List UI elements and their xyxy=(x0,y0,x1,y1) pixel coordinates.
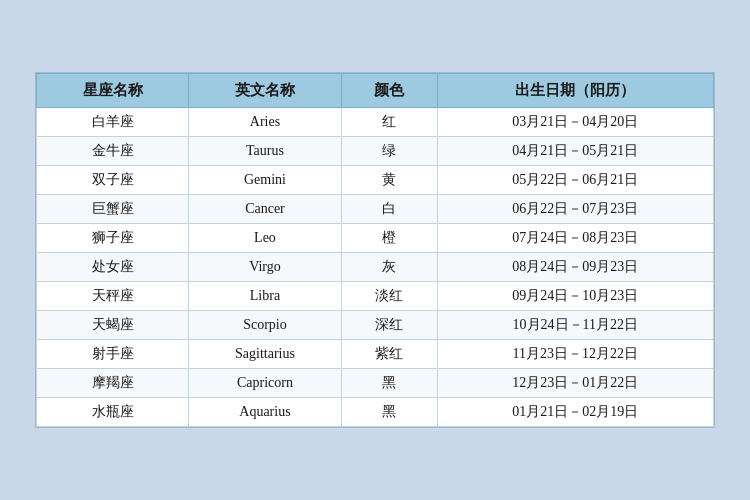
table-row: 摩羯座Capricorn黑12月23日－01月22日 xyxy=(37,369,714,398)
table-cell-8-3: 11月23日－12月22日 xyxy=(437,340,713,369)
table-row: 双子座Gemini黄05月22日－06月21日 xyxy=(37,166,714,195)
table-cell-6-3: 09月24日－10月23日 xyxy=(437,282,713,311)
table-cell-10-3: 01月21日－02月19日 xyxy=(437,398,713,427)
column-header-3: 出生日期（阳历） xyxy=(437,74,713,108)
table-cell-8-0: 射手座 xyxy=(37,340,189,369)
table-cell-1-3: 04月21日－05月21日 xyxy=(437,137,713,166)
table-cell-6-2: 淡红 xyxy=(341,282,437,311)
table-row: 白羊座Aries红03月21日－04月20日 xyxy=(37,108,714,137)
table-row: 处女座Virgo灰08月24日－09月23日 xyxy=(37,253,714,282)
table-cell-1-1: Taurus xyxy=(189,137,341,166)
table-cell-0-2: 红 xyxy=(341,108,437,137)
table-cell-3-0: 巨蟹座 xyxy=(37,195,189,224)
table-row: 金牛座Taurus绿04月21日－05月21日 xyxy=(37,137,714,166)
column-header-1: 英文名称 xyxy=(189,74,341,108)
table-cell-9-1: Capricorn xyxy=(189,369,341,398)
column-header-0: 星座名称 xyxy=(37,74,189,108)
table-cell-10-0: 水瓶座 xyxy=(37,398,189,427)
table-cell-7-2: 深红 xyxy=(341,311,437,340)
table-cell-3-3: 06月22日－07月23日 xyxy=(437,195,713,224)
table-cell-4-3: 07月24日－08月23日 xyxy=(437,224,713,253)
table-cell-1-0: 金牛座 xyxy=(37,137,189,166)
table-cell-1-2: 绿 xyxy=(341,137,437,166)
table-cell-0-3: 03月21日－04月20日 xyxy=(437,108,713,137)
table-row: 天蝎座Scorpio深红10月24日－11月22日 xyxy=(37,311,714,340)
table-cell-7-3: 10月24日－11月22日 xyxy=(437,311,713,340)
table-row: 天秤座Libra淡红09月24日－10月23日 xyxy=(37,282,714,311)
table-cell-5-3: 08月24日－09月23日 xyxy=(437,253,713,282)
table-cell-7-0: 天蝎座 xyxy=(37,311,189,340)
zodiac-table-container: 星座名称英文名称颜色出生日期（阳历） 白羊座Aries红03月21日－04月20… xyxy=(35,72,715,428)
table-row: 射手座Sagittarius紫红11月23日－12月22日 xyxy=(37,340,714,369)
table-cell-6-1: Libra xyxy=(189,282,341,311)
table-cell-6-0: 天秤座 xyxy=(37,282,189,311)
table-cell-8-1: Sagittarius xyxy=(189,340,341,369)
table-cell-9-3: 12月23日－01月22日 xyxy=(437,369,713,398)
table-cell-5-1: Virgo xyxy=(189,253,341,282)
table-cell-4-1: Leo xyxy=(189,224,341,253)
table-cell-3-2: 白 xyxy=(341,195,437,224)
table-cell-8-2: 紫红 xyxy=(341,340,437,369)
table-cell-9-0: 摩羯座 xyxy=(37,369,189,398)
table-cell-10-2: 黑 xyxy=(341,398,437,427)
table-cell-0-0: 白羊座 xyxy=(37,108,189,137)
table-cell-9-2: 黑 xyxy=(341,369,437,398)
table-cell-2-0: 双子座 xyxy=(37,166,189,195)
table-row: 巨蟹座Cancer白06月22日－07月23日 xyxy=(37,195,714,224)
zodiac-table: 星座名称英文名称颜色出生日期（阳历） 白羊座Aries红03月21日－04月20… xyxy=(36,73,714,427)
table-cell-10-1: Aquarius xyxy=(189,398,341,427)
table-row: 狮子座Leo橙07月24日－08月23日 xyxy=(37,224,714,253)
table-cell-4-0: 狮子座 xyxy=(37,224,189,253)
table-body: 白羊座Aries红03月21日－04月20日金牛座Taurus绿04月21日－0… xyxy=(37,108,714,427)
table-cell-2-2: 黄 xyxy=(341,166,437,195)
table-row: 水瓶座Aquarius黑01月21日－02月19日 xyxy=(37,398,714,427)
table-cell-2-3: 05月22日－06月21日 xyxy=(437,166,713,195)
table-header-row: 星座名称英文名称颜色出生日期（阳历） xyxy=(37,74,714,108)
table-cell-4-2: 橙 xyxy=(341,224,437,253)
table-cell-2-1: Gemini xyxy=(189,166,341,195)
table-cell-5-0: 处女座 xyxy=(37,253,189,282)
table-cell-3-1: Cancer xyxy=(189,195,341,224)
table-cell-0-1: Aries xyxy=(189,108,341,137)
table-cell-5-2: 灰 xyxy=(341,253,437,282)
table-cell-7-1: Scorpio xyxy=(189,311,341,340)
column-header-2: 颜色 xyxy=(341,74,437,108)
